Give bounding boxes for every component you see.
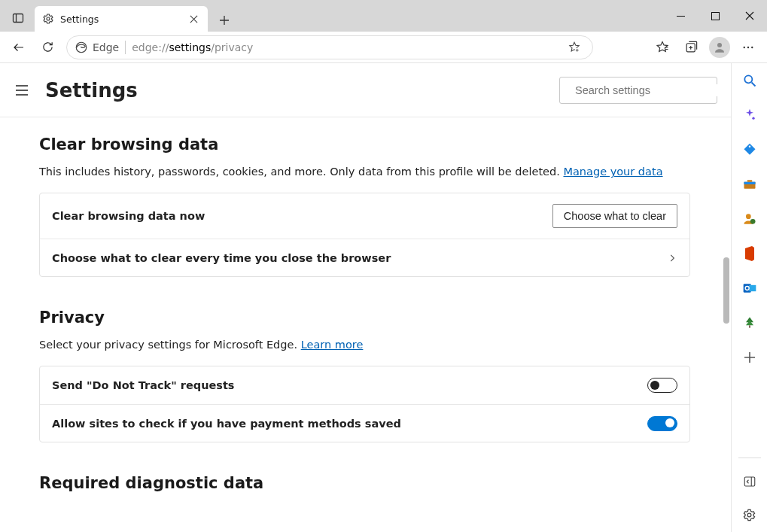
address-bar[interactable]: Edge edge://settings/privacy (66, 35, 593, 59)
settings-search[interactable] (559, 77, 717, 104)
address-divider (125, 41, 126, 54)
tree-icon (742, 315, 757, 330)
settings-header: Settings (0, 63, 731, 117)
svg-rect-24 (749, 285, 756, 291)
sidebar-tools-button[interactable] (740, 175, 759, 194)
sidebar-outlook-button[interactable] (740, 278, 759, 298)
svg-line-15 (751, 83, 755, 87)
section-title: Privacy (39, 309, 690, 327)
tab-close-button[interactable] (187, 12, 200, 26)
sidebar-search-button[interactable] (740, 71, 759, 90)
svg-point-14 (744, 75, 752, 83)
window-controls (663, 0, 767, 32)
svg-point-10 (747, 46, 749, 47)
sidebar-shopping-button[interactable] (740, 140, 759, 160)
privacy-learn-more-link[interactable]: Learn more (301, 339, 364, 351)
svg-rect-0 (14, 14, 23, 23)
close-icon (745, 11, 754, 20)
plus-icon (744, 351, 756, 363)
minimize-icon (677, 12, 685, 20)
row-clear-now: Clear browsing data now Choose what to c… (40, 193, 689, 239)
favorite-button[interactable] (564, 37, 585, 58)
star-list-icon (655, 40, 670, 55)
tab-actions-button[interactable] (5, 5, 32, 32)
svg-point-16 (752, 117, 754, 120)
settings-search-input[interactable] (575, 84, 717, 96)
office-icon (743, 246, 756, 261)
tag-icon (742, 142, 757, 157)
close-icon (190, 15, 198, 23)
body-area: Settings Clear browsing data This includ… (0, 63, 767, 532)
section-clear-browsing-data: Clear browsing data This includes histor… (39, 135, 690, 277)
payment-check-toggle[interactable] (647, 416, 677, 431)
ellipsis-icon (741, 41, 755, 54)
sidebar-office-button[interactable] (740, 244, 759, 263)
sidebar-drop-button[interactable] (740, 313, 759, 333)
section-description: This includes history, passwords, cookie… (39, 166, 690, 178)
browser-tab[interactable]: Settings (35, 6, 208, 32)
content-scroll[interactable]: Clear browsing data This includes histor… (0, 117, 731, 532)
back-arrow-icon (12, 41, 26, 54)
scrollbar-thumb[interactable] (723, 257, 729, 324)
minimize-button[interactable] (663, 0, 698, 32)
choose-what-to-clear-button[interactable]: Choose what to clear (552, 204, 677, 228)
edge-logo-icon (75, 41, 88, 54)
section-diagnostic-data: Required diagnostic data (39, 474, 690, 492)
row-label: Allow sites to check if you have payment… (52, 418, 647, 430)
refresh-button[interactable] (35, 35, 60, 60)
sidebar-add-button[interactable] (740, 348, 759, 367)
page-title: Settings (45, 79, 138, 102)
settings-nav-toggle[interactable] (14, 82, 30, 99)
close-window-button[interactable] (732, 0, 767, 32)
plus-icon (219, 15, 230, 26)
title-bar: Settings (0, 0, 767, 32)
section-desc-text: This includes history, passwords, cookie… (39, 166, 563, 178)
row-payment-check: Allow sites to check if you have payment… (40, 404, 689, 442)
row-do-not-track: Send "Do Not Track" requests (40, 366, 689, 404)
avatar (709, 37, 730, 58)
back-button[interactable] (6, 35, 32, 60)
toolbar: Edge edge://settings/privacy (0, 32, 767, 63)
toolbar-right (650, 35, 761, 60)
manage-data-link[interactable]: Manage your data (563, 166, 662, 178)
settings-viewport: Settings Clear browsing data This includ… (0, 63, 731, 532)
briefcase-icon (742, 177, 757, 192)
collections-button[interactable] (678, 35, 704, 60)
hamburger-icon (15, 84, 29, 97)
sidebar-discover-button[interactable] (740, 105, 759, 125)
svg-rect-27 (744, 477, 755, 486)
profile-button[interactable] (707, 35, 732, 60)
site-identity[interactable]: Edge (75, 41, 119, 54)
svg-point-9 (744, 46, 745, 47)
tab-label: Settings (60, 14, 187, 25)
svg-rect-26 (749, 325, 750, 327)
row-clear-on-close[interactable]: Choose what to clear every time you clos… (40, 239, 689, 276)
do-not-track-toggle[interactable] (647, 378, 677, 393)
person-icon (713, 41, 726, 54)
sidebar-games-button[interactable] (740, 209, 759, 229)
svg-rect-4 (711, 12, 719, 20)
svg-point-8 (717, 43, 722, 47)
favorites-button[interactable] (650, 35, 675, 60)
sidebar-hide-button[interactable] (740, 472, 759, 491)
section-privacy: Privacy Select your privacy settings for… (39, 309, 690, 442)
menu-button[interactable] (735, 35, 761, 60)
address-trailing (564, 37, 585, 58)
new-tab-button[interactable] (213, 9, 236, 32)
row-label: Clear browsing data now (52, 210, 552, 222)
maximize-icon (711, 12, 720, 20)
collections-icon (684, 40, 699, 54)
search-icon (742, 73, 757, 88)
clear-data-card: Clear browsing data now Choose what to c… (39, 193, 690, 277)
sparkle-icon (742, 108, 757, 123)
row-label: Send "Do Not Track" requests (52, 379, 647, 391)
section-title: Required diagnostic data (39, 474, 690, 492)
svg-point-2 (47, 17, 50, 20)
person-badge-icon (742, 211, 757, 226)
sidebar-separator (738, 458, 761, 458)
star-add-icon (568, 41, 581, 54)
section-title: Clear browsing data (39, 135, 690, 154)
sidebar-settings-button[interactable] (740, 505, 759, 524)
collapse-panel-icon (743, 475, 756, 488)
maximize-button[interactable] (698, 0, 732, 32)
